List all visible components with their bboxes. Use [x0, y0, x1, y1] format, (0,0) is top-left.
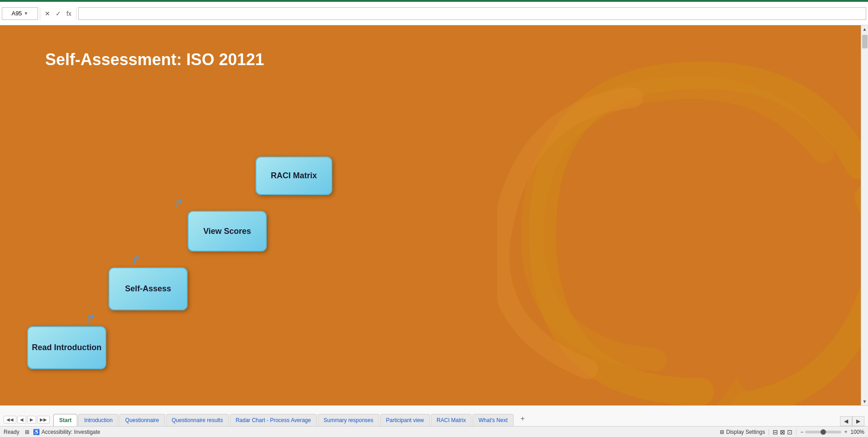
scroll-down-arrow[interactable]: ▼: [861, 398, 868, 405]
confirm-formula-icon[interactable]: ✓: [54, 9, 63, 18]
normal-view-icon[interactable]: ⊟: [773, 428, 778, 436]
scroll-up-arrow[interactable]: ▲: [861, 25, 868, 33]
zoom-level: 100%: [850, 429, 864, 435]
insert-function-icon[interactable]: fx: [65, 9, 73, 18]
formula-bar-area: A95 ▼ ✕ ✓ fx: [0, 2, 868, 25]
cell-mode-icon: ⊞: [25, 429, 29, 435]
formula-input[interactable]: [78, 7, 866, 20]
accessibility-status[interactable]: ♿ Accessibility: Investigate: [33, 429, 100, 435]
accessibility-icon: ♿: [33, 429, 40, 435]
cell-ref-value: A95: [11, 10, 22, 17]
accessibility-label: Accessibility: Investigate: [42, 429, 100, 435]
page-layout-icon[interactable]: ⊠: [780, 428, 785, 436]
zoom-slider[interactable]: [805, 431, 841, 433]
view-mode-icons: ⊟ ⊠ ⊡: [773, 428, 793, 436]
page-title: Self-Assessment: ISO 20121: [45, 50, 264, 69]
status-bar: Ready ⊞ ♿ Accessibility: Investigate ⊞ D…: [0, 426, 868, 437]
display-settings-label: Display Settings: [726, 429, 765, 435]
tabs-scroll-left-btn[interactable]: ◀: [840, 416, 852, 426]
vertical-scrollbar[interactable]: ▲ ▼: [861, 25, 868, 405]
sheet-tab-participant-view[interactable]: Participant view: [380, 414, 430, 426]
sheet-tab-summary-responses[interactable]: Summary responses: [318, 414, 379, 426]
raci-matrix-label: RACI Matrix: [271, 171, 317, 180]
ready-status: Ready: [4, 429, 19, 435]
view-scores-button[interactable]: View Scores: [188, 211, 267, 252]
tab-next-arrow[interactable]: ▶: [27, 416, 36, 423]
formula-icons-group: ✕ ✓ fx: [40, 7, 76, 20]
arrow-assess-to-scores: ↱: [131, 253, 141, 267]
page-break-icon[interactable]: ⊡: [787, 428, 793, 436]
tabs-scroll-right-btn[interactable]: ▶: [852, 416, 864, 426]
self-assess-button[interactable]: Self-Assess: [108, 267, 188, 310]
cell-reference-box[interactable]: A95 ▼: [2, 7, 38, 20]
tab-first-arrow[interactable]: ◀◀: [4, 416, 16, 423]
sheet-tab-questionnaire-results[interactable]: Questionnaire results: [166, 414, 229, 426]
self-assess-label: Self-Assess: [125, 284, 171, 294]
read-introduction-button[interactable]: Read Introduction: [27, 326, 106, 369]
zoom-thumb[interactable]: [821, 429, 826, 435]
sheet-tab-introduction[interactable]: Introduction: [78, 414, 118, 426]
sheet-tab-start[interactable]: Start: [53, 414, 77, 426]
tab-navigation-arrows: ◀◀ ◀ ▶ ▶▶: [4, 416, 50, 426]
cancel-formula-icon[interactable]: ✕: [43, 9, 52, 18]
arrow-read-to-assess: ↱: [86, 312, 96, 326]
tab-last-arrow[interactable]: ▶▶: [37, 416, 50, 423]
view-scores-label: View Scores: [203, 227, 251, 236]
read-introduction-label: Read Introduction: [32, 343, 102, 352]
divider2: [796, 429, 797, 435]
zoom-in-button[interactable]: ＋: [843, 428, 849, 436]
raci-matrix-button[interactable]: RACI Matrix: [255, 157, 332, 195]
status-bar-right: ⊞ Display Settings ⊟ ⊠ ⊡ − ＋ 100%: [720, 428, 864, 436]
sheet-tabs-bar: ◀◀ ◀ ▶ ▶▶ Start Introduction Questionnai…: [0, 405, 868, 426]
divider: [769, 429, 769, 435]
sheet-tab-raci-matrix[interactable]: RACI Matrix: [431, 414, 472, 426]
sheet-tab-whats-next[interactable]: What's Next: [472, 414, 513, 426]
sheet-tab-radar-chart[interactable]: Radar Chart - Process Average: [230, 414, 317, 426]
tab-prev-arrow[interactable]: ◀: [17, 416, 26, 423]
scroll-thumb[interactable]: [862, 35, 868, 48]
add-sheet-button[interactable]: ＋: [514, 411, 531, 426]
display-settings[interactable]: ⊞ Display Settings: [720, 429, 765, 435]
background-logo: [497, 52, 868, 405]
zoom-controls: − ＋ 100%: [800, 428, 864, 436]
sheet-tab-questionnaire[interactable]: Questionnaire: [119, 414, 165, 426]
zoom-out-button[interactable]: −: [800, 429, 803, 435]
arrow-scores-to-raci: ↱: [174, 197, 184, 211]
display-settings-icon: ⊞: [720, 429, 724, 435]
spreadsheet-main-area: Self-Assessment: ISO 20121 ▲ ▼ Read Intr…: [0, 25, 868, 405]
tabs-scroll-right: ◀ ▶: [840, 416, 868, 426]
